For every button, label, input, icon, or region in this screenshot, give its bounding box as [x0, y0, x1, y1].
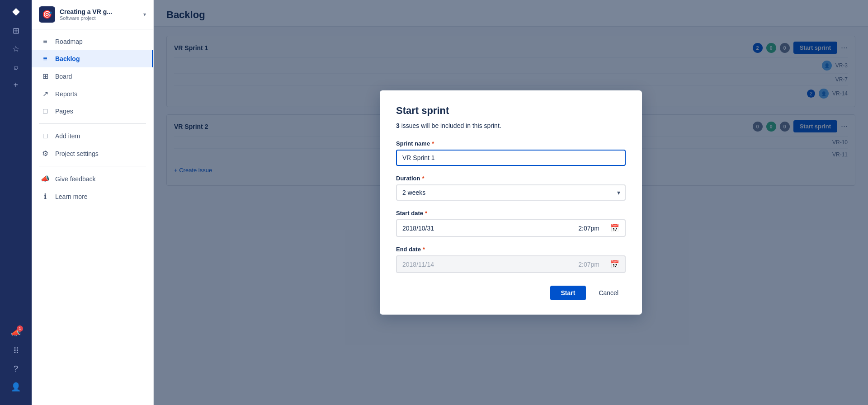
- project-info: Creating a VR g... Software project: [60, 8, 139, 21]
- modal-subtitle: 3 issues will be included in this sprint…: [396, 122, 626, 129]
- home-icon[interactable]: ⊞: [8, 23, 24, 39]
- start-time-value: 2:07pm: [573, 221, 605, 235]
- add-icon[interactable]: +: [8, 77, 24, 93]
- user-icon[interactable]: 👤: [8, 379, 24, 395]
- search-icon[interactable]: ⌕: [8, 59, 24, 75]
- sidebar-item-give-feedback[interactable]: 📣 Give feedback: [32, 170, 153, 188]
- sidebar-item-pages[interactable]: □ Pages: [32, 103, 153, 120]
- sidebar-item-label: Backlog: [55, 55, 80, 62]
- start-date-group: Start date * 2018/10/31 2:07pm 📅: [396, 210, 626, 237]
- project-name: Creating a VR g...: [60, 8, 139, 15]
- end-date-calendar-button[interactable]: 📅: [605, 256, 625, 272]
- sidebar-item-label: Reports: [55, 90, 77, 98]
- info-icon: ℹ: [41, 192, 50, 201]
- sidebar-item-backlog[interactable]: ≡ Backlog: [32, 50, 153, 67]
- sidebar-item-board[interactable]: ⊞ Board: [32, 67, 153, 85]
- end-date-field: 2018/11/14 2:07pm 📅: [396, 255, 626, 273]
- feedback-icon[interactable]: 📣 1: [8, 325, 24, 341]
- required-marker-3: *: [425, 210, 427, 217]
- end-date-value: 2018/11/14: [397, 257, 573, 272]
- end-time-value: 2:07pm: [573, 257, 605, 272]
- sidebar-nav: ≡ Roadmap ≡ Backlog ⊞ Board ↗ Reports □ …: [32, 29, 153, 405]
- modal-title: Start sprint: [396, 105, 626, 117]
- duration-group: Duration * 1 week 2 weeks 3 weeks 4 week…: [396, 175, 626, 201]
- sidebar-item-label: Board: [55, 73, 72, 80]
- sprint-name-input[interactable]: [396, 150, 626, 166]
- sidebar-item-project-settings[interactable]: ⚙ Project settings: [32, 145, 153, 162]
- add-item-icon: □: [41, 132, 50, 140]
- end-date-label: End date *: [396, 246, 626, 253]
- project-header[interactable]: 🎯 Creating a VR g... Software project ▾: [32, 0, 153, 29]
- subtitle-text: issues will be included in this sprint.: [400, 122, 501, 129]
- sidebar-item-add-item[interactable]: □ Add item: [32, 127, 153, 145]
- sidebar-item-label: Roadmap: [55, 38, 83, 45]
- sprint-name-group: Sprint name *: [396, 140, 626, 166]
- help-icon[interactable]: ?: [8, 361, 24, 377]
- start-date-label: Start date *: [396, 210, 626, 217]
- reports-icon: ↗: [41, 89, 50, 98]
- start-date-calendar-button[interactable]: 📅: [605, 220, 625, 236]
- duration-select[interactable]: 1 week 2 weeks 3 weeks 4 weeks Custom: [396, 184, 626, 201]
- sidebar-divider: [39, 123, 146, 124]
- backlog-icon: ≡: [41, 55, 50, 63]
- sprint-name-label: Sprint name *: [396, 140, 626, 147]
- project-type: Software project: [60, 15, 139, 21]
- pages-icon: □: [41, 107, 50, 115]
- app-logo: ◆: [12, 5, 20, 17]
- cancel-button[interactable]: Cancel: [591, 286, 626, 300]
- sidebar-divider2: [39, 166, 146, 166]
- start-button[interactable]: Start: [550, 286, 586, 300]
- required-marker-2: *: [422, 175, 424, 182]
- apps-icon[interactable]: ⠿: [8, 343, 24, 359]
- chevron-down-icon: ▾: [143, 11, 146, 18]
- required-marker-4: *: [423, 246, 425, 253]
- modal-overlay: Start sprint 3 issues will be included i…: [154, 0, 868, 405]
- start-date-value: 2018/10/31: [397, 221, 573, 235]
- roadmap-icon: ≡: [41, 38, 50, 46]
- icon-bar: ◆ ⊞ ☆ ⌕ + 📣 1 ⠿ ? 👤: [0, 0, 32, 405]
- required-marker: *: [432, 140, 434, 147]
- feedback-badge: 1: [17, 325, 23, 332]
- duration-label: Duration *: [396, 175, 626, 182]
- modal-footer: Start Cancel: [396, 286, 626, 300]
- sidebar-item-label: Project settings: [55, 150, 99, 157]
- sidebar-item-label: Pages: [55, 108, 73, 115]
- project-icon: 🎯: [39, 6, 55, 23]
- sidebar-item-label: Give feedback: [55, 175, 96, 183]
- issue-count: 3: [396, 122, 400, 129]
- board-icon: ⊞: [41, 72, 50, 80]
- sidebar-item-roadmap[interactable]: ≡ Roadmap: [32, 33, 153, 50]
- give-feedback-icon: 📣: [41, 174, 50, 183]
- star-icon[interactable]: ☆: [8, 41, 24, 57]
- start-sprint-modal: Start sprint 3 issues will be included i…: [380, 90, 642, 315]
- end-date-group: End date * 2018/11/14 2:07pm 📅: [396, 246, 626, 273]
- sidebar-item-reports[interactable]: ↗ Reports: [32, 85, 153, 103]
- sidebar-item-label: Learn more: [55, 193, 88, 200]
- sidebar: 🎯 Creating a VR g... Software project ▾ …: [32, 0, 154, 405]
- start-date-field: 2018/10/31 2:07pm 📅: [396, 219, 626, 237]
- settings-icon: ⚙: [41, 149, 50, 158]
- main-content-area: Backlog VR Sprint 1 2 0 0 Start sprint ·…: [154, 0, 868, 405]
- duration-select-wrapper: 1 week 2 weeks 3 weeks 4 weeks Custom ▾: [396, 184, 626, 201]
- sidebar-item-label: Add item: [55, 132, 80, 140]
- sidebar-item-learn-more[interactable]: ℹ Learn more: [32, 188, 153, 205]
